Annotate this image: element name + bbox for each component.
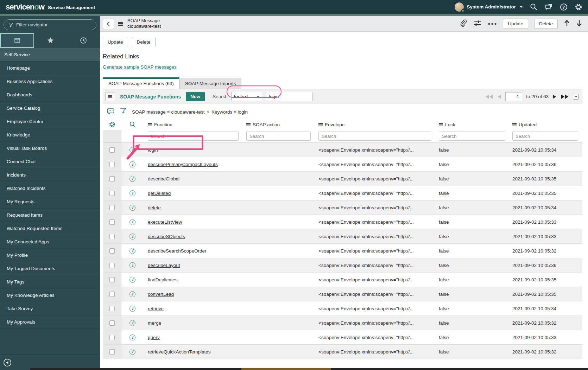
column-search-toggle-icon[interactable]	[129, 121, 136, 129]
filter-navigator-input[interactable]	[16, 22, 87, 27]
row-checkbox[interactable]	[109, 162, 115, 167]
personalize-form-icon[interactable]	[473, 20, 482, 28]
breadcrumb-crumb-2[interactable]: Keywords = login	[211, 109, 248, 115]
function-link[interactable]: merge	[148, 320, 161, 326]
sidebar-item[interactable]: My Approvals	[0, 315, 100, 329]
user-menu[interactable]: System Administrator	[455, 2, 523, 12]
sidebar-item[interactable]: Homepage	[0, 62, 100, 75]
row-checkbox[interactable]	[109, 205, 115, 210]
list-context-menu-icon[interactable]	[105, 92, 115, 101]
last-page-icon[interactable]	[561, 94, 569, 99]
info-icon[interactable]	[129, 205, 135, 211]
updated-column-search[interactable]	[512, 132, 578, 141]
function-link[interactable]: convertLead	[148, 292, 174, 297]
function-column-search[interactable]	[148, 132, 239, 141]
info-icon[interactable]	[129, 176, 135, 182]
info-icon[interactable]	[129, 147, 135, 153]
help-icon[interactable]: ?	[560, 3, 568, 11]
function-link[interactable]: retrieveQuickActionTemplates	[148, 349, 211, 355]
sidebar-section-self-service[interactable]: Self-Service	[0, 48, 100, 62]
function-link[interactable]: getDeleted	[148, 191, 171, 196]
row-checkbox[interactable]	[109, 277, 115, 282]
first-page-icon[interactable]	[485, 94, 493, 99]
next-record-icon[interactable]	[576, 19, 582, 28]
list-search-input[interactable]	[266, 92, 313, 101]
row-checkbox[interactable]	[109, 263, 115, 268]
info-icon[interactable]	[129, 219, 135, 225]
row-checkbox[interactable]	[109, 219, 115, 225]
column-header-soap-action[interactable]: SOAP action	[246, 122, 280, 127]
row-checkbox[interactable]	[109, 147, 115, 153]
info-icon[interactable]	[129, 277, 135, 283]
function-link[interactable]: login	[148, 147, 158, 153]
info-icon[interactable]	[129, 349, 135, 355]
sidebar-item[interactable]: Dashboards	[0, 88, 100, 102]
tab-soap-message-imports[interactable]: SOAP Message Imports	[179, 78, 242, 89]
info-icon[interactable]	[129, 320, 135, 326]
function-link[interactable]: findDuplicates	[148, 277, 178, 282]
delete-button-header[interactable]: Delete	[534, 19, 558, 29]
function-link[interactable]: delete	[148, 205, 161, 210]
row-checkbox[interactable]	[109, 176, 115, 181]
page-number-input[interactable]	[505, 92, 522, 101]
column-header-envelope[interactable]: Envelope	[318, 122, 344, 127]
envelope-column-search[interactable]	[318, 132, 431, 141]
row-checkbox[interactable]	[109, 335, 115, 340]
column-header-lock[interactable]: Lock	[439, 122, 455, 127]
filter-navigator[interactable]	[4, 19, 96, 30]
column-header-updated[interactable]: Updated	[512, 122, 537, 127]
tab-favorites[interactable]	[34, 33, 67, 48]
function-link[interactable]: describeSearchScopeOrder	[148, 248, 207, 254]
servicenow-logo[interactable]: servicenow	[6, 2, 44, 12]
row-checkbox[interactable]	[109, 320, 115, 326]
back-button[interactable]	[103, 19, 114, 29]
row-checkbox[interactable]	[109, 306, 115, 311]
sidebar-item[interactable]: Employee Center	[0, 115, 100, 128]
sidebar-item[interactable]: Knowledge	[0, 128, 100, 142]
sidebar-item[interactable]: My Connected Apps	[0, 235, 100, 249]
lock-column-search[interactable]	[439, 132, 505, 141]
sidebar-item[interactable]: My Tagged Documents	[0, 262, 100, 275]
search-type-select[interactable]: for text	[231, 92, 262, 101]
sidebar-item[interactable]: My Tags	[0, 275, 100, 289]
row-checkbox[interactable]	[109, 234, 115, 239]
function-link[interactable]: executeListView	[148, 219, 182, 225]
generate-sample-soap-messages-link[interactable]: Generate sample SOAP messages	[103, 64, 177, 70]
info-icon[interactable]	[129, 234, 135, 240]
tab-soap-message-functions[interactable]: SOAP Message Functions (63)	[103, 77, 179, 89]
sidebar-item[interactable]: My Profile	[0, 249, 100, 262]
info-icon[interactable]	[129, 291, 135, 297]
function-link[interactable]: describeSObjects	[148, 234, 185, 239]
row-checkbox[interactable]	[109, 248, 115, 254]
sidebar-item[interactable]: Take Survey	[0, 302, 100, 315]
info-icon[interactable]	[129, 334, 135, 340]
breadcrumb-crumb-1[interactable]: SOAP message = cloudaware-test	[132, 109, 204, 115]
next-page-icon[interactable]	[552, 94, 557, 99]
function-link[interactable]: retrieve	[148, 306, 164, 311]
sidebar-item[interactable]: Visual Task Boards	[0, 142, 100, 155]
more-options-icon[interactable]	[488, 21, 497, 27]
new-button[interactable]: New	[186, 92, 205, 101]
delete-button[interactable]: Delete	[132, 37, 156, 47]
function-link[interactable]: describeLayout	[148, 263, 180, 268]
sidebar-item[interactable]: Requested Items	[0, 209, 100, 222]
function-link[interactable]: describeGlobal	[148, 176, 179, 181]
sidebar-item[interactable]: Watched Incidents	[0, 182, 100, 195]
connect-chat-icon[interactable]	[544, 4, 553, 11]
update-button[interactable]: Update	[103, 37, 128, 47]
breadcrumb-funnel-icon[interactable]	[120, 108, 127, 116]
sidebar-item[interactable]: Incidents	[0, 168, 100, 182]
sidebar-item[interactable]: Watched Requested Items	[0, 222, 100, 235]
list-comments-icon[interactable]	[107, 108, 114, 116]
info-icon[interactable]	[129, 248, 135, 254]
row-checkbox[interactable]	[109, 191, 115, 196]
sidebar-item[interactable]: Connect Chat	[0, 155, 100, 168]
row-checkbox[interactable]	[109, 292, 115, 297]
gear-icon[interactable]	[575, 3, 582, 11]
sidebar-item[interactable]: My Requests	[0, 195, 100, 209]
column-header-function[interactable]: Function	[148, 122, 172, 127]
info-icon[interactable]	[129, 306, 135, 312]
function-link[interactable]: describePrimaryCompactLayouts	[148, 162, 218, 167]
attachment-icon[interactable]	[460, 19, 467, 28]
sidebar-item[interactable]: My Knowledge Articles	[0, 289, 100, 302]
